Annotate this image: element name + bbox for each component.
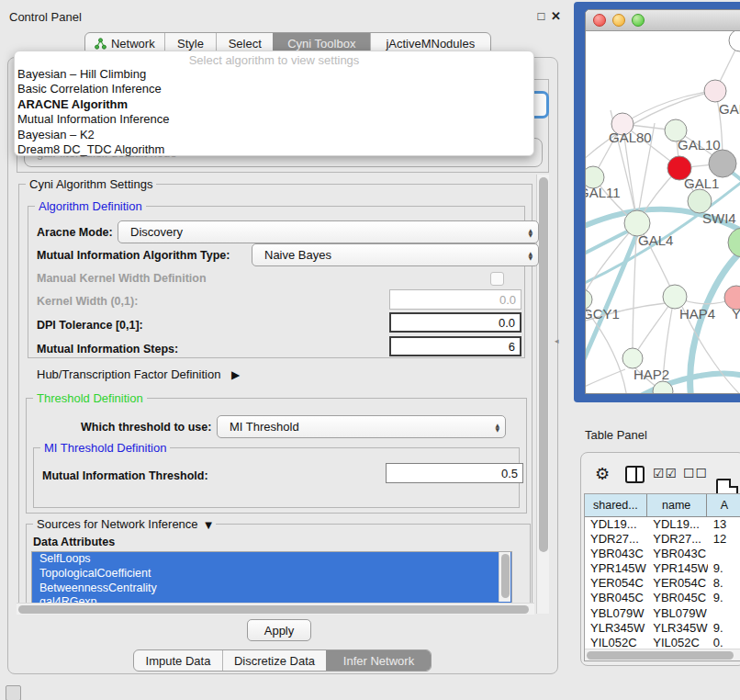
tab-impute-data-label: Impute Data: [146, 654, 211, 668]
zoom-window-icon[interactable]: [632, 14, 645, 27]
tab-impute-data[interactable]: Impute Data: [134, 650, 222, 671]
algorithm-option[interactable]: Bayesian – K2: [15, 128, 533, 142]
settings-hscrollbar-thumb[interactable]: [18, 605, 529, 614]
table-cell[interactable]: [708, 606, 740, 621]
aracne-mode-combo[interactable]: Discovery ▲▼: [118, 220, 539, 243]
table-cell[interactable]: YBL079W: [585, 606, 647, 621]
table-cell[interactable]: 9.: [708, 561, 740, 576]
algorithm-option[interactable]: Dream8 DC_TDC Algorithm: [15, 142, 533, 157]
which-threshold-combo[interactable]: MI Threshold ▲▼: [217, 415, 506, 438]
minimize-window-icon[interactable]: [612, 14, 625, 27]
column-header-third[interactable]: A: [707, 494, 740, 516]
mi-type-label: Mutual Information Algorithm Type:: [37, 249, 230, 262]
deselect-all-checkboxes-icon[interactable]: ☐☐: [683, 466, 708, 480]
mi-steps-field[interactable]: 6: [389, 336, 521, 356]
table-row[interactable]: YBR043CYBR043C: [585, 547, 740, 561]
data-attribute-item[interactable]: SelfLoops: [32, 552, 511, 567]
column-header-shared-name[interactable]: shared...: [585, 494, 647, 516]
close-panel-icon[interactable]: ✕: [549, 9, 563, 23]
collapsed-panel-icon[interactable]: [6, 685, 21, 700]
network-edge[interactable]: [633, 236, 636, 348]
data-attribute-item[interactable]: BetweennessCentrality: [32, 581, 511, 596]
table-cell[interactable]: YBR043C: [647, 547, 708, 561]
network-canvas[interactable]: GAL2GAL80GAL10GAL1GAL11SWI4GAL4GCY1HAP4Y…: [586, 31, 740, 394]
table-cell[interactable]: 13: [708, 517, 740, 532]
column-header-name[interactable]: name: [647, 494, 707, 516]
network-node[interactable]: [704, 80, 726, 102]
table-cell[interactable]: YLR345W: [647, 621, 708, 636]
mi-type-combo[interactable]: Naive Bayes ▲▼: [252, 243, 539, 266]
table-hscrollbar-thumb[interactable]: [587, 651, 734, 660]
table-cell[interactable]: 9.: [708, 591, 740, 605]
table-cell[interactable]: YDR27...: [647, 532, 708, 547]
settings-hscrollbar[interactable]: [17, 603, 534, 615]
kernel-width-field[interactable]: 0.0: [389, 289, 521, 310]
table-row[interactable]: YER054CYER054C8.: [585, 576, 740, 591]
table-cell[interactable]: YDR27...: [585, 532, 647, 547]
tab-network-label: Network: [111, 37, 155, 51]
table-cell[interactable]: [708, 547, 740, 561]
network-window: GAL2GAL80GAL10GAL1GAL11SWI4GAL4GCY1HAP4Y…: [585, 9, 740, 394]
table-row[interactable]: YPR145WYPR145W9.: [585, 561, 740, 576]
table-row[interactable]: YDL19...YDL19...13: [585, 517, 740, 532]
table-row[interactable]: YLR345WYLR345W9.: [585, 621, 740, 636]
table-row[interactable]: YDR27...YDR27...12: [585, 532, 740, 547]
dpi-tolerance-label: DPI Tolerance [0,1]:: [37, 319, 143, 332]
attr-list-scrollbar[interactable]: [499, 552, 510, 602]
tab-infer-network[interactable]: Infer Network: [326, 650, 431, 671]
manual-kernel-checkbox[interactable]: [490, 272, 504, 286]
table-hscrollbar[interactable]: [585, 649, 740, 661]
table-cell[interactable]: YLR345W: [585, 621, 647, 636]
which-threshold-value: MI Threshold: [230, 420, 299, 434]
table-cell[interactable]: 8.: [708, 576, 740, 591]
table-cell[interactable]: YPR145W: [647, 561, 708, 576]
table-cell[interactable]: 9.: [708, 621, 740, 636]
network-edge[interactable]: [586, 369, 625, 393]
network-node-label: GAL4: [638, 232, 673, 248]
mi-threshold-field[interactable]: 0.5: [386, 463, 523, 483]
float-panel-icon[interactable]: □: [534, 9, 548, 23]
aracne-mode-label: Aracne Mode:: [37, 226, 113, 239]
network-node[interactable]: [729, 31, 740, 51]
network-node[interactable]: [728, 228, 740, 257]
gear-icon[interactable]: ⚙: [595, 464, 610, 483]
divider-collapse-icon[interactable]: ◂: [555, 336, 559, 345]
table-cell[interactable]: YPR145W: [585, 561, 647, 576]
combo-arrows-icon: ▲▼: [528, 228, 533, 237]
data-attributes-list[interactable]: SelfLoopsTopologicalCoefficientBetweenne…: [31, 551, 512, 604]
table-cell[interactable]: YBL079W: [647, 606, 708, 621]
columns-icon[interactable]: [625, 466, 645, 483]
table-cell[interactable]: YBR045C: [647, 591, 708, 605]
table-row[interactable]: YBL079WYBL079W: [585, 606, 740, 621]
data-attribute-item[interactable]: TopologicalCoefficient: [32, 567, 511, 581]
table-cell[interactable]: YDL19...: [585, 517, 647, 532]
network-edge[interactable]: [622, 91, 715, 124]
settings-vscrollbar-thumb[interactable]: [539, 177, 548, 552]
table-cell[interactable]: YER054C: [647, 576, 708, 591]
apply-button[interactable]: Apply: [247, 619, 311, 641]
network-window-titlebar[interactable]: [586, 10, 740, 31]
threshold-definition-title: Threshold Definition: [33, 391, 147, 405]
sources-title-row[interactable]: Sources for Network Inference ▼: [33, 517, 216, 531]
table-cell[interactable]: YBR045C: [585, 591, 647, 605]
hub-definition-toggle[interactable]: Hub/Transcription Factor Definition ▶: [37, 367, 240, 381]
table-cell[interactable]: YER054C: [585, 576, 647, 591]
network-node[interactable]: [622, 348, 643, 368]
attr-list-scrollbar-thumb[interactable]: [501, 554, 510, 598]
dpi-tolerance-field[interactable]: 0.0: [389, 312, 521, 333]
algorithm-option[interactable]: Bayesian – Hill Climbing: [15, 67, 533, 82]
table-row[interactable]: YBR045CYBR045C9.: [585, 591, 740, 605]
manual-kernel-label: Manual Kernel Width Definition: [37, 272, 207, 285]
hub-definition-label: Hub/Transcription Factor Definition: [37, 367, 220, 381]
algorithm-option[interactable]: Basic Correlation Inference: [15, 82, 533, 96]
table-header-row: shared... name A: [585, 494, 740, 517]
algorithm-option[interactable]: Mutual Information Inference: [15, 112, 533, 127]
table-cell[interactable]: YBR043C: [585, 547, 647, 561]
algorithm-option[interactable]: ARACNE Algorithm: [15, 97, 533, 112]
select-all-checkboxes-icon[interactable]: ☑☑: [653, 466, 678, 480]
table-cell[interactable]: 12: [708, 532, 740, 547]
close-window-icon[interactable]: [593, 14, 606, 27]
tab-discretize-data[interactable]: Discretize Data: [222, 650, 326, 671]
table-cell[interactable]: YDL19...: [647, 517, 708, 532]
network-node[interactable]: [709, 150, 736, 177]
